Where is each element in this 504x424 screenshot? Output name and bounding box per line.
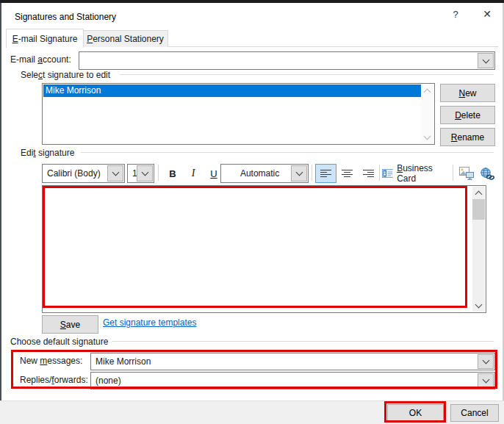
group-divider: [81, 152, 494, 153]
insert-picture-icon: [459, 167, 475, 180]
font-size-combobox[interactable]: 11: [127, 164, 154, 183]
chevron-down-icon: [141, 169, 148, 176]
replies-forwards-value: (none): [96, 376, 121, 386]
chevron-down-icon: [482, 357, 489, 364]
insert-hyperlink-icon: [480, 168, 494, 180]
replies-forwards-label: Replies/forwards:: [20, 375, 88, 385]
toolbar-separator: [312, 165, 312, 181]
align-right-button[interactable]: [358, 164, 379, 183]
help-icon: ?: [453, 9, 458, 20]
window-left-edge: [0, 3, 1, 424]
edit-area-scrollbar[interactable]: [472, 187, 485, 312]
help-button[interactable]: ?: [444, 4, 467, 24]
font-color-combobox[interactable]: Automatic: [220, 164, 309, 183]
scroll-up-icon[interactable]: [421, 85, 433, 97]
align-center-icon: [342, 169, 353, 178]
signatures-dialog: { "window": { "title": "Signatures and S…: [0, 0, 504, 424]
list-item-selected[interactable]: Mike Morrison: [43, 85, 421, 97]
scroll-up-icon[interactable]: [472, 187, 485, 199]
toolbar-separator: [453, 165, 453, 181]
new-messages-value: Mike Morrison: [96, 356, 151, 367]
new-button[interactable]: New: [440, 84, 495, 102]
business-card-label: Business Card: [397, 163, 451, 184]
close-button[interactable]: ✕: [476, 4, 498, 24]
insert-hyperlink-button[interactable]: [478, 164, 497, 183]
font-name-combobox[interactable]: Calibri (Body): [42, 164, 125, 183]
italic-button[interactable]: I: [183, 164, 204, 183]
align-left-button[interactable]: [315, 164, 336, 183]
email-account-label: E-mail account:: [10, 54, 71, 65]
save-button[interactable]: Save: [42, 315, 98, 334]
insert-picture-button[interactable]: [456, 164, 477, 183]
group-divider: [112, 341, 494, 342]
signature-edit-area[interactable]: [42, 185, 486, 313]
tab-email-signature[interactable]: E-mail Signature: [6, 29, 84, 48]
bold-button[interactable]: B: [162, 164, 183, 183]
tab-label: E-mail Signature: [12, 34, 78, 44]
select-signature-group-label: Select signature to edit: [21, 70, 110, 80]
chevron-down-icon: [482, 56, 489, 63]
email-account-combobox[interactable]: [79, 51, 495, 70]
replies-forwards-dropdown-button[interactable]: [478, 373, 494, 388]
cancel-button[interactable]: Cancel: [450, 404, 499, 422]
tab-personal-stationery[interactable]: Personal Stationery: [82, 30, 168, 47]
align-center-button[interactable]: [336, 164, 358, 183]
business-card-icon: [382, 169, 393, 178]
scroll-down-icon[interactable]: [421, 131, 433, 143]
scrollbar-thumb[interactable]: [472, 199, 485, 220]
tab-label: Personal Stationery: [87, 34, 164, 44]
close-icon: ✕: [483, 8, 492, 20]
edit-signature-group-label: Edit signature: [21, 148, 74, 158]
align-right-icon: [363, 169, 374, 178]
listbox-scrollbar[interactable]: [421, 85, 433, 143]
align-left-icon: [320, 169, 331, 178]
get-signature-templates-link[interactable]: Get signature templates: [103, 317, 196, 328]
chevron-down-icon: [295, 169, 303, 176]
choose-default-group-label: Choose default signature: [10, 337, 108, 347]
signature-listbox[interactable]: Mike Morrison: [42, 83, 435, 145]
delete-button[interactable]: Delete: [440, 106, 495, 124]
email-account-dropdown-button[interactable]: [478, 53, 494, 68]
rename-button[interactable]: Rename: [440, 128, 495, 146]
font-color-dropdown-button[interactable]: [291, 165, 307, 182]
font-size-dropdown-button[interactable]: [137, 165, 153, 182]
business-card-button[interactable]: Business Card: [381, 164, 452, 183]
new-messages-dropdown-button[interactable]: [478, 354, 494, 369]
new-messages-combobox[interactable]: Mike Morrison: [90, 353, 495, 370]
toolbar-separator: [379, 165, 380, 181]
new-messages-label: New messages:: [20, 356, 82, 366]
ok-button[interactable]: OK: [387, 404, 444, 422]
chevron-down-icon: [482, 376, 489, 384]
signature-text[interactable]: [46, 188, 469, 310]
toolbar-separator: [158, 165, 159, 181]
window-title: Signatures and Stationery: [15, 12, 116, 22]
title-bar: Signatures and Stationery ? ✕: [1, 3, 503, 25]
font-name-dropdown-button[interactable]: [107, 165, 123, 182]
replies-forwards-combobox[interactable]: (none): [90, 372, 495, 389]
group-divider: [120, 74, 494, 75]
scroll-down-icon[interactable]: [472, 299, 485, 312]
chevron-down-icon: [112, 169, 119, 176]
font-name-value: Calibri (Body): [47, 168, 101, 179]
font-color-value: Automatic: [240, 168, 279, 179]
